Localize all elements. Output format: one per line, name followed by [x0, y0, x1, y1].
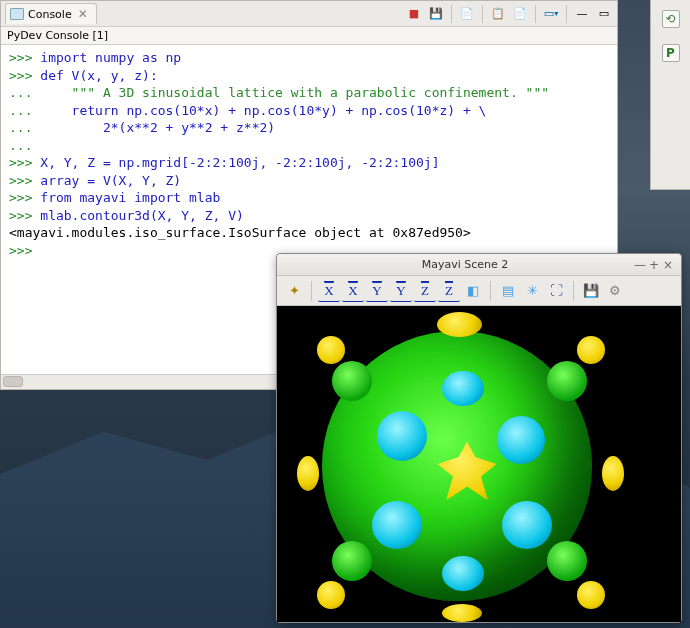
cyan-lobe	[442, 556, 484, 591]
scrollbar-thumb[interactable]	[3, 376, 23, 387]
yellow-fragment	[297, 456, 319, 491]
view-plus-z-button[interactable]: Z	[414, 280, 436, 302]
save-console-button[interactable]: 💾	[427, 5, 445, 23]
window-minimize-button[interactable]: —	[633, 258, 647, 272]
open-console-menu[interactable]: ▭▾	[542, 5, 560, 23]
yellow-fragment	[442, 604, 482, 622]
view-plus-y-button[interactable]: Y	[366, 280, 388, 302]
mayavi-toolbar: ✦ X X Y Y Z Z ◧ ▤ ✳ ⛶ 💾 ⚙	[277, 276, 681, 306]
console-tab[interactable]: Console ✕	[5, 3, 97, 24]
yellow-fragment	[437, 312, 482, 337]
new-console-button[interactable]: 📄	[511, 5, 529, 23]
console-tab-label: Console	[28, 8, 72, 21]
yellow-fragment	[602, 456, 624, 491]
reset-view-button[interactable]: ✦	[283, 280, 305, 302]
mayavi-3d-viewport[interactable]	[277, 306, 681, 622]
window-maximize-button[interactable]: +	[647, 258, 661, 272]
scene-settings-button[interactable]: ⚙	[604, 280, 626, 302]
minimize-view-button[interactable]: —	[573, 5, 591, 23]
yellow-fragment	[317, 581, 345, 609]
cyan-lobe	[372, 501, 422, 549]
mayavi-window-title: Mayavi Scene 2	[297, 258, 633, 271]
restore-view-button[interactable]: ⟲	[662, 10, 680, 28]
clear-console-button[interactable]: 📄	[458, 5, 476, 23]
isometric-view-button[interactable]: ◧	[462, 280, 484, 302]
isosurface-lobe	[547, 361, 587, 401]
yellow-fragment	[577, 336, 605, 364]
isosurface-lobe	[332, 541, 372, 581]
pin-console-button[interactable]: 📋	[489, 5, 507, 23]
console-subheader: PyDev Console [1]	[1, 27, 617, 45]
yellow-fragment	[577, 581, 605, 609]
close-tab-icon[interactable]: ✕	[78, 7, 88, 21]
mayavi-titlebar[interactable]: Mayavi Scene 2 — + ×	[277, 254, 681, 276]
mayavi-scene-window: Mayavi Scene 2 — + × ✦ X X Y Y Z Z ◧ ▤ ✳…	[276, 253, 682, 623]
fullscreen-button[interactable]: ⛶	[545, 280, 567, 302]
isosurface-lobe	[332, 361, 372, 401]
cyan-lobe	[442, 371, 484, 406]
maximize-view-button[interactable]: ▭	[595, 5, 613, 23]
yellow-fragment	[317, 336, 345, 364]
view-plus-x-button[interactable]: X	[318, 280, 340, 302]
console-toolbar: Console ✕ ■ 💾 📄 📋 📄 ▭▾ — ▭	[1, 1, 617, 27]
window-close-button[interactable]: ×	[661, 258, 675, 272]
terminal-icon	[10, 8, 24, 20]
ide-right-dock: ⟲ P	[650, 0, 690, 190]
cyan-lobe	[502, 501, 552, 549]
stop-button[interactable]: ■	[405, 5, 423, 23]
cyan-lobe	[377, 411, 427, 461]
pydev-badge[interactable]: P	[662, 44, 680, 62]
view-minus-z-button[interactable]: Z	[438, 280, 460, 302]
cyan-lobe	[497, 416, 545, 464]
view-minus-x-button[interactable]: X	[342, 280, 364, 302]
view-minus-y-button[interactable]: Y	[390, 280, 412, 302]
isosurface-lobe	[547, 541, 587, 581]
save-scene-button[interactable]: 💾	[580, 280, 602, 302]
show-axes-button[interactable]: ✳	[521, 280, 543, 302]
parallel-projection-button[interactable]: ▤	[497, 280, 519, 302]
